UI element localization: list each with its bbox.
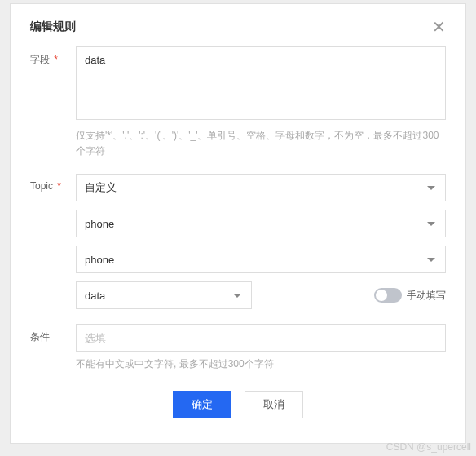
condition-label: 条件 [30,324,76,344]
field-textarea[interactable] [76,46,446,120]
manual-toggle-label: 手动填写 [407,289,446,303]
condition-row: 条件 不能有中文或中文字符, 最多不超过300个字符 [30,324,446,372]
condition-input[interactable] [76,324,446,352]
topic-row: Topic * 自定义 phone phone data 手动填写 [30,174,446,309]
topic-select-3[interactable]: phone [76,246,446,273]
condition-hint: 不能有中文或中文字符, 最多不超过300个字符 [76,356,446,372]
select-value: phone [85,254,114,266]
manual-toggle[interactable] [374,288,402,303]
select-value: phone [85,218,114,230]
field-hint: 仅支持'*'、'.'、':'、'('、')'、'_'、单引号、空格、字母和数字，… [76,128,446,159]
field-row: 字段 * 仅支持'*'、'.'、':'、'('、')'、'_'、单引号、空格、字… [30,46,446,159]
close-icon[interactable]: ✕ [432,19,446,35]
topic-select-4[interactable]: data [76,281,252,309]
watermark: CSDN @s_upercell [386,441,471,453]
field-label: 字段 * [30,46,76,67]
topic-select-2[interactable]: phone [76,210,446,237]
select-value: data [85,290,105,302]
topic-label: Topic * [30,174,76,192]
ok-button[interactable]: 确定 [173,391,231,418]
modal-header: 编辑规则 ✕ [11,4,465,46]
cancel-button[interactable]: 取消 [245,391,303,418]
modal-title: 编辑规则 [30,20,76,34]
topic-select-1[interactable]: 自定义 [76,174,446,201]
modal-footer: 确定 取消 [30,381,446,418]
modal-body: 字段 * 仅支持'*'、'.'、':'、'('、')'、'_'、单引号、空格、字… [11,46,465,418]
manual-toggle-wrap: 手动填写 [374,288,446,303]
select-value: 自定义 [85,180,117,195]
edit-rule-modal: 编辑规则 ✕ 字段 * 仅支持'*'、'.'、':'、'('、')'、'_'、单… [10,3,466,444]
